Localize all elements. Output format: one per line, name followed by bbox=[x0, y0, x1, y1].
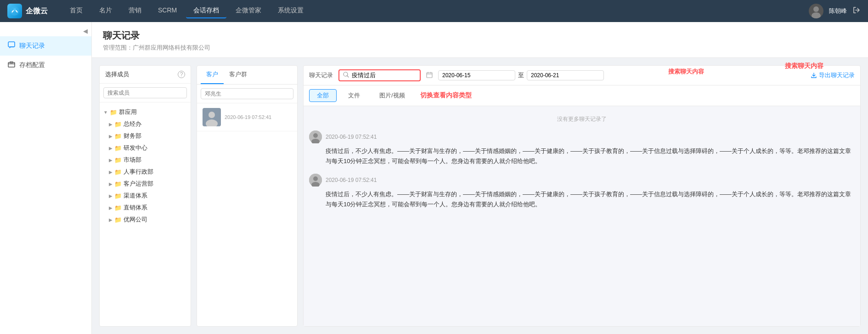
date-from-input[interactable] bbox=[438, 70, 515, 80]
collapse-icon: ◀ bbox=[83, 28, 88, 34]
tree-node-4[interactable]: ▶ 📁 人事行政部 bbox=[105, 166, 191, 178]
tree-node-7[interactable]: ▶ 📁 直销体系 bbox=[105, 202, 191, 214]
date-to-input[interactable] bbox=[527, 70, 604, 80]
chat-toolbar-title: 聊天记录 bbox=[309, 71, 333, 79]
folder-icon: 📁 bbox=[114, 145, 122, 152]
nav-home[interactable]: 首页 bbox=[62, 4, 90, 18]
sidebar: ◀ 聊天记录 存档配置 bbox=[0, 22, 92, 334]
tree-arrow: ▶ bbox=[109, 205, 113, 210]
switch-type-label: 切换查看内容类型 bbox=[420, 91, 472, 100]
folder-icon: 📁 bbox=[114, 181, 122, 187]
chat-icon bbox=[7, 41, 16, 51]
tree-label: 市场部 bbox=[124, 156, 141, 164]
msg-meta-2: 2020-06-19 07:52:41 bbox=[309, 174, 855, 187]
main-layout: ◀ 聊天记录 存档配置 聊天记录 管理范围：广州群应用网络科技有限公司 选择成员 bbox=[0, 22, 868, 334]
msg-meta-1: 2020-06-19 07:52:41 bbox=[309, 130, 855, 143]
no-more-msg: 没有更多聊天记录了 bbox=[309, 112, 855, 130]
tree-label: 人事行政部 bbox=[124, 168, 153, 176]
tree-arrow: ▶ bbox=[109, 134, 113, 139]
export-label: 导出聊天记录 bbox=[819, 71, 855, 79]
member-search bbox=[100, 84, 191, 102]
svg-point-2 bbox=[813, 6, 819, 12]
tree-node-2[interactable]: ▶ 📁 研发中心 bbox=[105, 142, 191, 154]
msg-text-2: 疫情过后，不少人有焦虑。——关于财富与生存的，——关于情感婚姻的，——关于健康的… bbox=[326, 189, 855, 209]
nav-scrm[interactable]: SCRM bbox=[151, 4, 184, 18]
svg-point-16 bbox=[313, 176, 318, 181]
tree-root-label: 群应用 bbox=[119, 108, 137, 116]
svg-rect-11 bbox=[427, 73, 432, 78]
archive-icon bbox=[7, 60, 16, 70]
export-button[interactable]: 导出聊天记录 bbox=[811, 71, 855, 79]
tab-customer[interactable]: 客户 bbox=[201, 66, 224, 84]
tree-label: 研发中心 bbox=[124, 144, 147, 152]
filter-bar-wrapper: 全部 文件 图片/视频 切换查看内容类型 bbox=[304, 85, 860, 106]
date-separator: 至 bbox=[518, 71, 524, 79]
svg-point-8 bbox=[209, 112, 215, 118]
member-panel-header: 选择成员 ? bbox=[100, 66, 191, 84]
nav-enterprise[interactable]: 企微管家 bbox=[228, 4, 269, 18]
tree-node-root[interactable]: ▼ 📁 群应用 bbox=[100, 106, 191, 118]
chat-messages: 没有更多聊天记录了 2020-06-19 07:52:41 疫情过后，不少人有焦… bbox=[304, 106, 860, 326]
tree-arrow: ▼ bbox=[103, 110, 108, 115]
nav-card[interactable]: 名片 bbox=[92, 4, 119, 18]
logout-icon[interactable] bbox=[852, 6, 861, 16]
folder-icon: 📁 bbox=[114, 192, 122, 199]
tree-node-0[interactable]: ▶ 📁 总经办 bbox=[105, 118, 191, 130]
member-search-input[interactable] bbox=[103, 87, 187, 98]
filter-file[interactable]: 文件 bbox=[340, 89, 368, 102]
customer-search-input[interactable] bbox=[201, 88, 293, 99]
tree-arrow: ▶ bbox=[109, 170, 113, 175]
tree-node-6[interactable]: ▶ 📁 渠道体系 bbox=[105, 190, 191, 202]
sidebar-item-chat[interactable]: 聊天记录 bbox=[0, 36, 91, 56]
tree-node-3[interactable]: ▶ 📁 市场部 bbox=[105, 154, 191, 166]
sidebar-chat-label: 聊天记录 bbox=[19, 42, 45, 50]
avatar[interactable] bbox=[809, 4, 823, 18]
nav-right: 陈朝峰 bbox=[809, 4, 861, 18]
member-help-icon: ? bbox=[178, 71, 185, 78]
tree-node-8[interactable]: ▶ 📁 优网公司 bbox=[105, 214, 191, 226]
folder-icon: 📁 bbox=[110, 109, 117, 116]
customer-tabs: 客户 客户群 bbox=[197, 66, 297, 85]
tab-customer-group[interactable]: 客户群 bbox=[224, 66, 253, 84]
sidebar-collapse-button[interactable]: ◀ bbox=[0, 26, 91, 36]
tree-label: 优网公司 bbox=[124, 215, 147, 224]
customer-search bbox=[197, 85, 297, 103]
filter-all[interactable]: 全部 bbox=[309, 89, 337, 102]
tree-label: 财务部 bbox=[124, 132, 141, 140]
customer-info: 2020-06-19 07:52:41 bbox=[225, 114, 292, 120]
tree-arrow: ▶ bbox=[109, 146, 113, 151]
tree-node-1[interactable]: ▶ 📁 财务部 bbox=[105, 130, 191, 142]
username: 陈朝峰 bbox=[829, 7, 847, 15]
list-item[interactable]: 2020-06-19 07:52:41 bbox=[197, 103, 297, 131]
chat-search-input[interactable] bbox=[352, 72, 416, 79]
tree-arrow: ▶ bbox=[109, 193, 113, 198]
msg-avatar bbox=[309, 174, 322, 187]
content-area: 选择成员 ? ▼ 📁 群应用 ▶ 📁 bbox=[92, 58, 868, 334]
top-navigation: 企微云 首页 名片 营销 SCRM 会话存档 企微管家 系统设置 陈朝峰 bbox=[0, 0, 868, 22]
tree-label: 渠道体系 bbox=[124, 192, 147, 200]
folder-icon: 📁 bbox=[114, 157, 122, 164]
main-content: 聊天记录 管理范围：广州群应用网络科技有限公司 选择成员 ? ▼ 📁 群应用 bbox=[92, 22, 868, 334]
search-icon bbox=[343, 72, 349, 79]
svg-point-3 bbox=[812, 12, 821, 18]
chat-filter-bar: 全部 文件 图片/视频 切换查看内容类型 bbox=[304, 85, 860, 106]
tree-arrow: ▶ bbox=[109, 217, 113, 222]
folder-icon: 📁 bbox=[114, 204, 122, 211]
tree-label: 总经办 bbox=[124, 120, 141, 128]
folder-icon: 📁 bbox=[114, 216, 122, 223]
tree-node-5[interactable]: ▶ 📁 客户运营部 bbox=[105, 178, 191, 190]
message-block-1: 2020-06-19 07:52:41 疫情过后，不少人有焦虑。——关于财富与生… bbox=[309, 130, 855, 166]
filter-media[interactable]: 图片/视频 bbox=[372, 89, 413, 102]
page-subtitle: 管理范围：广州群应用网络科技有限公司 bbox=[103, 44, 857, 52]
date-range: 至 bbox=[438, 70, 604, 80]
sidebar-item-archive[interactable]: 存档配置 bbox=[0, 56, 91, 75]
sidebar-archive-label: 存档配置 bbox=[19, 61, 45, 69]
app-logo[interactable]: 企微云 bbox=[7, 4, 48, 18]
nav-marketing[interactable]: 营销 bbox=[121, 4, 149, 18]
nav-items: 首页 名片 营销 SCRM 会话存档 企微管家 系统设置 bbox=[62, 4, 809, 18]
org-tree: ▼ 📁 群应用 ▶ 📁 总经办 ▶ 📁 财务部 bbox=[100, 102, 191, 326]
folder-icon: 📁 bbox=[114, 169, 122, 175]
logo-icon bbox=[7, 4, 22, 18]
nav-settings[interactable]: 系统设置 bbox=[271, 4, 311, 18]
nav-chat-archive[interactable]: 会话存档 bbox=[186, 4, 226, 18]
